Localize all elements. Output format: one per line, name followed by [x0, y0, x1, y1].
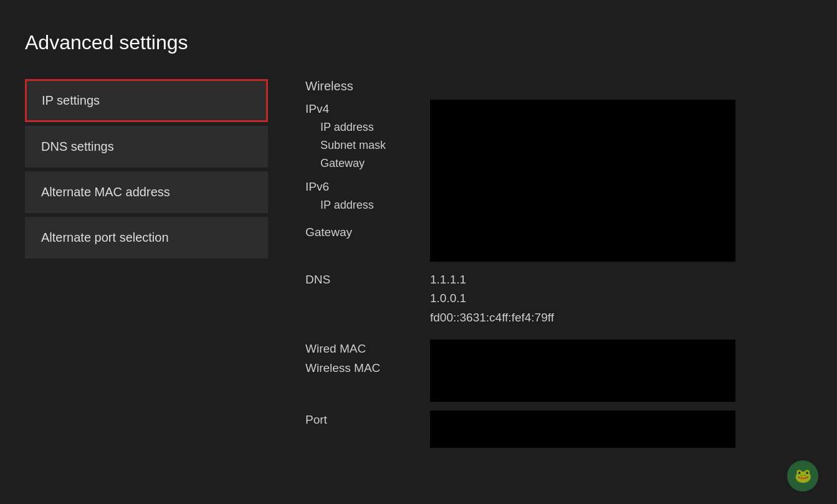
dns-values: 1.1.1.1 1.0.0.1 fd00::3631:c4ff:fef4:79f… — [430, 270, 554, 327]
dns-labels: DNS — [305, 270, 430, 289]
port-labels: Port — [305, 411, 430, 429]
sidebar-item-label: DNS settings — [41, 140, 114, 153]
page-container: Advanced settings IP settings DNS settin… — [0, 0, 837, 504]
sidebar-item-label: Alternate port selection — [41, 231, 169, 244]
port-label: Port — [305, 411, 430, 429]
wired-mac-label: Wired MAC — [305, 340, 430, 358]
ipv4-section: IPv4 IP address Subnet mask Gateway IPv6… — [305, 100, 812, 262]
mac-black-box — [430, 340, 735, 402]
page-title: Advanced settings — [25, 31, 812, 54]
sidebar-item-label: Alternate MAC address — [41, 185, 170, 199]
dns-value-1: 1.1.1.1 — [430, 270, 554, 289]
dns-value-2: 1.0.0.1 — [430, 289, 554, 308]
ipv4-label: IPv4 — [305, 100, 430, 118]
wireless-section: Wireless — [305, 79, 812, 93]
dns-label: DNS — [305, 270, 430, 289]
mac-section: Wired MAC Wireless MAC — [305, 340, 812, 402]
ipv6-ip-label: IP address — [305, 196, 430, 214]
content-area: IP settings DNS settings Alternate MAC a… — [25, 79, 812, 479]
ipv4-ip-label: IP address — [305, 118, 430, 136]
main-content: Wireless IPv4 IP address Subnet mask Gat… — [268, 79, 812, 479]
sidebar-item-dns-settings[interactable]: DNS settings — [25, 126, 268, 168]
wireless-mac-label: Wireless MAC — [305, 359, 430, 378]
sidebar-item-label: IP settings — [42, 93, 100, 107]
watermark-icon: 🐸 — [787, 460, 818, 492]
port-section: Port — [305, 411, 812, 448]
wireless-label: Wireless — [305, 79, 353, 93]
ipv4-gateway-label: Gateway — [305, 155, 430, 173]
sidebar-item-alternate-port[interactable]: Alternate port selection — [25, 217, 268, 259]
ipv6-label: IPv6 — [305, 178, 430, 196]
sidebar: IP settings DNS settings Alternate MAC a… — [25, 79, 268, 479]
sidebar-item-alternate-mac[interactable]: Alternate MAC address — [25, 171, 268, 213]
port-black-box — [430, 411, 735, 448]
dns-section: DNS 1.1.1.1 1.0.0.1 fd00::3631:c4ff:fef4… — [305, 270, 812, 327]
ipv4-ipv6-black-box — [430, 100, 735, 262]
ipv4-subnet-label: Subnet mask — [305, 136, 430, 155]
dns-value-3: fd00::3631:c4ff:fef4:79ff — [430, 308, 554, 327]
ipv6-gateway-label: Gateway — [305, 223, 430, 242]
mac-labels: Wired MAC Wireless MAC — [305, 340, 430, 378]
sidebar-item-ip-settings[interactable]: IP settings — [25, 79, 268, 122]
ipv4-labels: IPv4 IP address Subnet mask Gateway IPv6… — [305, 100, 430, 242]
watermark: 🐸 — [787, 460, 825, 492]
